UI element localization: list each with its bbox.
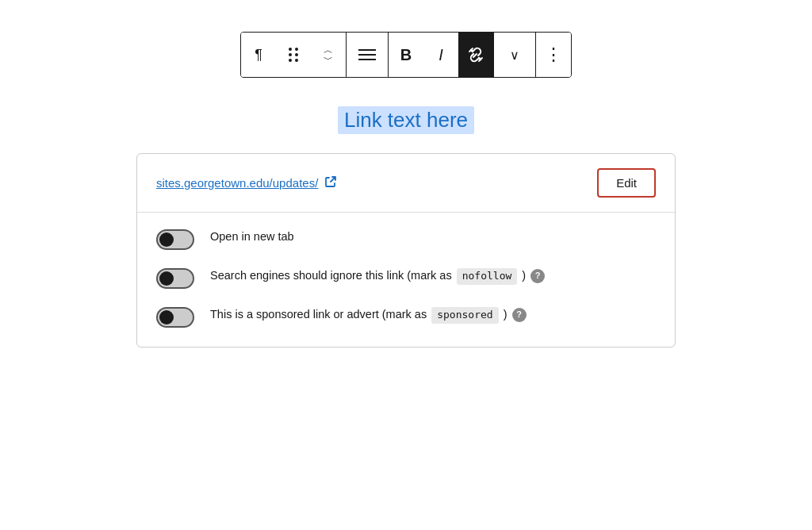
new-tab-toggle[interactable] [156, 229, 194, 250]
option-row-new-tab: Open in new tab [156, 229, 656, 250]
sponsored-label: This is a sponsored link or advert (mark… [210, 306, 656, 324]
move-button[interactable]: ︿ ﹀ [311, 33, 346, 77]
bold-button[interactable]: B [389, 33, 423, 77]
toolbar-group-2 [347, 33, 389, 77]
link-icon [465, 44, 486, 65]
sponsored-help-icon[interactable]: ? [512, 308, 527, 322]
nofollow-label: Search engines should ignore this link (… [210, 267, 656, 285]
option-row-nofollow: Search engines should ignore this link (… [156, 267, 656, 289]
new-tab-label: Open in new tab [210, 229, 656, 245]
selected-link-text: Link text here [338, 106, 474, 134]
link-button[interactable] [458, 33, 493, 77]
drag-handle-button[interactable] [276, 33, 311, 77]
drag-icon [287, 48, 301, 62]
toolbar-group-3: B I [389, 33, 494, 77]
paragraph-button[interactable]: ¶ [241, 33, 276, 77]
nofollow-tag: nofollow [457, 268, 518, 285]
toolbar-group-4: ∨ [494, 33, 536, 77]
align-icon [358, 48, 376, 62]
chevron-button[interactable]: ∨ [494, 33, 535, 77]
nofollow-toggle[interactable] [156, 268, 194, 289]
nofollow-help-icon[interactable]: ? [530, 269, 545, 283]
link-panel-options: Open in new tab Search engines should ig… [137, 213, 675, 347]
sponsored-slider [156, 307, 194, 328]
italic-button[interactable]: I [423, 33, 458, 77]
url-text: sites.georgetown.edu/updates/ [156, 176, 318, 190]
more-options-button[interactable]: ⋮ [536, 33, 571, 77]
align-button[interactable] [347, 33, 388, 77]
edit-button[interactable]: Edit [597, 168, 656, 198]
external-link-icon [324, 175, 337, 190]
toolbar-group-5: ⋮ [536, 33, 571, 77]
editor-toolbar: ¶ ︿ ﹀ B I [240, 32, 572, 78]
sponsored-toggle[interactable] [156, 307, 194, 328]
link-panel-top: sites.georgetown.edu/updates/ Edit [137, 154, 675, 213]
link-panel: sites.georgetown.edu/updates/ Edit Open … [136, 153, 676, 348]
link-text-area: Link text here [16, 106, 796, 134]
new-tab-slider [156, 229, 194, 250]
option-row-sponsored: This is a sponsored link or advert (mark… [156, 306, 656, 328]
toolbar-group-1: ¶ ︿ ﹀ [241, 33, 347, 77]
updown-icon: ︿ ﹀ [324, 45, 333, 64]
link-url-display[interactable]: sites.georgetown.edu/updates/ [156, 175, 337, 190]
nofollow-slider [156, 268, 194, 289]
sponsored-tag: sponsored [431, 307, 498, 324]
